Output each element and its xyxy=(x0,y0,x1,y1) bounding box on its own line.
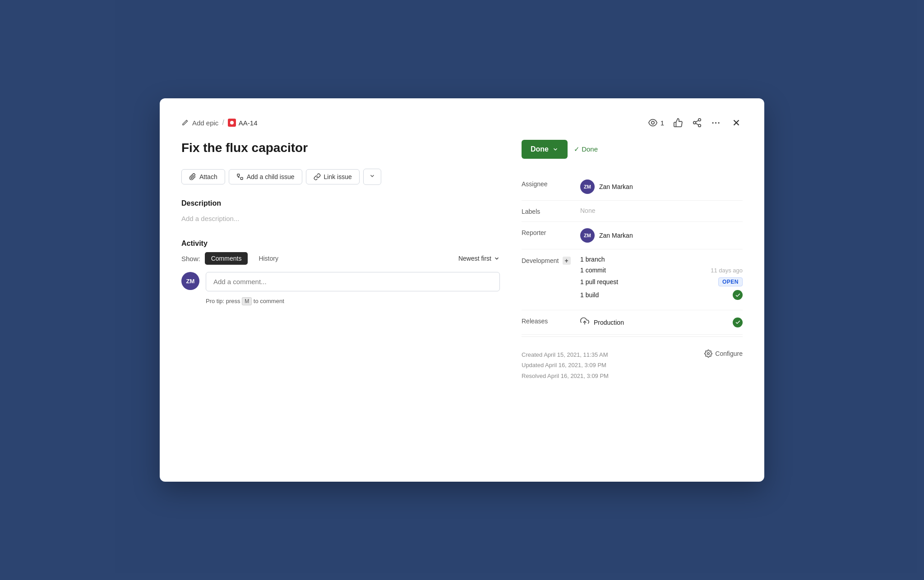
svg-rect-8 xyxy=(237,174,240,176)
branch-item: 1 branch xyxy=(580,256,743,263)
history-tab[interactable]: History xyxy=(252,252,285,265)
watch-button[interactable]: 1 xyxy=(648,118,664,128)
commit-meta: 11 days ago xyxy=(711,267,743,274)
thumbsup-button[interactable] xyxy=(673,118,683,128)
link-issue-label: Link issue xyxy=(324,173,352,180)
production-label: Production xyxy=(594,319,624,326)
releases-label: Releases xyxy=(522,317,580,325)
open-badge: OPEN xyxy=(718,277,743,286)
gear-icon xyxy=(704,350,712,358)
right-panel: Done ✓ Done Assignee ZM Za xyxy=(522,140,743,460)
add-child-issue-button[interactable]: Add a child issue xyxy=(229,169,302,184)
user-avatar: ZM xyxy=(181,272,199,290)
attach-button[interactable]: Attach xyxy=(181,169,225,184)
left-panel: Fix the flux capacitor Attach Add a chil… xyxy=(181,140,500,460)
share-button[interactable] xyxy=(692,118,702,128)
reporter-row: Reporter ZM Zan Markan xyxy=(522,222,743,249)
releases-value: Production xyxy=(580,317,743,328)
breadcrumb-issue: AA-14 xyxy=(228,119,258,127)
development-add-button[interactable]: + xyxy=(563,257,571,265)
svg-point-0 xyxy=(651,121,654,124)
svg-point-1 xyxy=(698,119,701,121)
release-info-row: Production xyxy=(580,317,743,328)
sort-button[interactable]: Newest first xyxy=(458,255,500,262)
svg-line-5 xyxy=(696,120,698,122)
issue-id[interactable]: AA-14 xyxy=(239,119,258,127)
issue-title: Fix the flux capacitor xyxy=(181,140,500,156)
comment-input[interactable] xyxy=(206,272,500,291)
resolved-date: Resolved April 16, 2021, 3:09 PM xyxy=(522,371,609,381)
watch-count: 1 xyxy=(661,119,664,127)
branch-text: 1 branch xyxy=(580,256,605,263)
development-label: Development + xyxy=(522,256,580,265)
footer-divider xyxy=(522,336,743,337)
child-issue-icon xyxy=(236,173,244,180)
configure-label: Configure xyxy=(715,350,743,357)
pull-request-item: 1 pull request OPEN xyxy=(580,277,743,286)
created-date: Created April 15, 2021, 11:35 AM xyxy=(522,350,609,360)
done-check: ✓ Done xyxy=(574,145,598,153)
development-row: Development + 1 branch 1 commit 11 days … xyxy=(522,249,743,310)
commit-item: 1 commit 11 days ago xyxy=(580,267,743,274)
commit-text: 1 commit xyxy=(580,267,606,274)
action-buttons: Attach Add a child issue Link issue xyxy=(181,169,500,185)
activity-header: Show: Comments History Newest first xyxy=(181,252,500,265)
edit-icon xyxy=(181,119,189,126)
build-text: 1 build xyxy=(580,291,599,299)
activity-section: Activity Show: Comments History Newest f… xyxy=(181,239,500,304)
eye-icon xyxy=(648,118,658,128)
more-actions-button[interactable] xyxy=(363,169,381,185)
breadcrumb-separator: / xyxy=(222,119,224,127)
assignee-value: ZM Zan Markan xyxy=(580,180,743,194)
description-placeholder[interactable]: Add a description... xyxy=(181,212,500,225)
issue-modal: Add epic / AA-14 1 xyxy=(160,98,764,482)
reporter-initials: ZM xyxy=(584,233,591,238)
chevron-down-icon xyxy=(369,173,375,179)
description-section: Description Add a description... xyxy=(181,199,500,225)
release-status-icon xyxy=(733,318,743,327)
cloud-upload-icon xyxy=(580,317,589,328)
sort-label: Newest first xyxy=(458,255,491,262)
close-button[interactable] xyxy=(730,116,743,129)
updated-date: Updated April 16, 2021, 3:09 PM xyxy=(522,360,609,370)
sort-arrow-icon xyxy=(494,255,500,262)
status-check-text: ✓ Done xyxy=(574,145,598,153)
status-row: Done ✓ Done xyxy=(522,140,743,159)
pro-tip-suffix: to comment xyxy=(254,298,284,304)
release-info: Production xyxy=(580,317,624,328)
labels-row: Labels None xyxy=(522,201,743,222)
link-icon xyxy=(314,173,321,180)
labels-value: None xyxy=(580,207,743,214)
dev-label-text: Development xyxy=(522,257,559,264)
reporter-name: Zan Markan xyxy=(599,232,633,239)
reporter-info: ZM Zan Markan xyxy=(580,228,743,243)
modal-header: Add epic / AA-14 1 xyxy=(181,116,743,129)
pro-tip: Pro tip: press M to comment xyxy=(206,298,500,304)
assignee-avatar: ZM xyxy=(580,180,595,194)
more-options-button[interactable]: ··· xyxy=(711,118,721,128)
footer-meta: Created April 15, 2021, 11:35 AM Updated… xyxy=(522,350,743,381)
assignee-row: Assignee ZM Zan Markan xyxy=(522,173,743,201)
avatar-initials: ZM xyxy=(186,278,195,285)
description-title: Description xyxy=(181,199,500,207)
svg-point-11 xyxy=(707,353,710,355)
reporter-value: ZM Zan Markan xyxy=(580,228,743,243)
add-epic-label[interactable]: Add epic xyxy=(192,119,218,127)
attach-label: Attach xyxy=(199,173,217,180)
assignee-label: Assignee xyxy=(522,180,580,188)
svg-point-2 xyxy=(693,121,696,124)
paperclip-icon xyxy=(189,173,196,180)
modal-body: Fix the flux capacitor Attach Add a chil… xyxy=(181,140,743,460)
svg-rect-9 xyxy=(240,178,243,180)
labels-label: Labels xyxy=(522,207,580,215)
assignee-initials: ZM xyxy=(584,184,591,189)
link-issue-button[interactable]: Link issue xyxy=(306,169,360,184)
breadcrumb: Add epic / AA-14 xyxy=(181,119,258,127)
status-button[interactable]: Done xyxy=(522,140,568,159)
shortcut-key: M xyxy=(242,297,252,305)
header-actions: 1 ··· xyxy=(648,116,743,129)
comments-tab[interactable]: Comments xyxy=(205,252,248,265)
assignee-info: ZM Zan Markan xyxy=(580,180,743,194)
configure-button[interactable]: Configure xyxy=(704,350,743,358)
footer-dates: Created April 15, 2021, 11:35 AM Updated… xyxy=(522,350,609,381)
